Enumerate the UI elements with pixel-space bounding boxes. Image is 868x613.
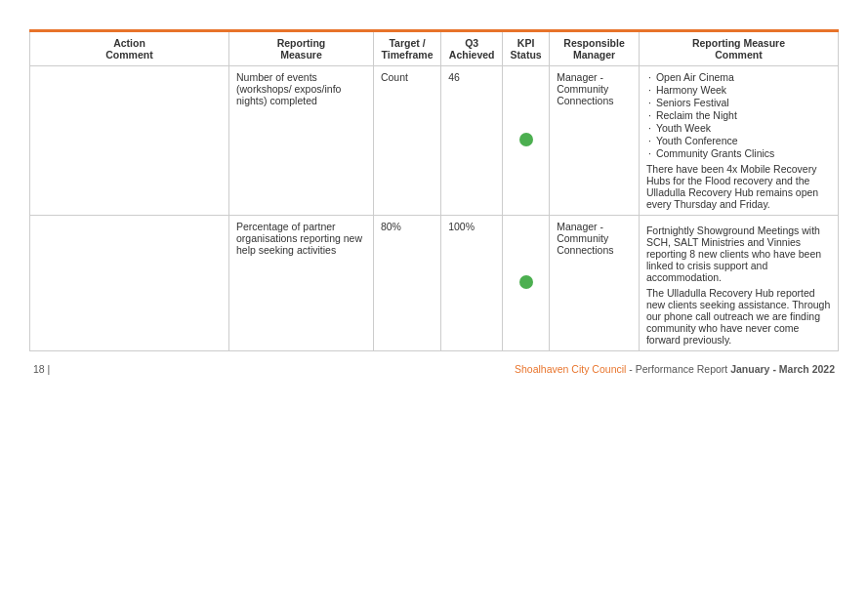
cell-q3-achieved: 46	[441, 66, 503, 216]
footer-page-number: 18 |	[33, 363, 50, 375]
list-item: Open Air Cinema	[646, 71, 831, 83]
list-item: Seniors Festival	[646, 97, 831, 108]
header-responsible: Responsible Manager	[550, 31, 640, 66]
cell-reporting-comment: Fortnightly Showground Meetings with SCH…	[639, 216, 838, 351]
list-item: Reclaim the Night	[646, 109, 831, 121]
comment-text: There have been 4x Mobile Recovery Hubs …	[646, 163, 831, 210]
list-item: Harmony Week	[646, 84, 831, 96]
cell-reporting-measure: Percentage of partner organisations repo…	[229, 216, 374, 351]
cell-responsible-manager: Manager - Community Connections	[550, 66, 640, 216]
footer-report-info: Shoalhaven City Council - Performance Re…	[515, 363, 835, 375]
cell-reporting-measure: Number of events (workshops/ expos/info …	[229, 66, 374, 216]
bullet-list: Open Air CinemaHarmony WeekSeniors Festi…	[646, 71, 831, 159]
header-q3: Q3 Achieved	[441, 31, 503, 66]
cell-action	[30, 66, 229, 216]
cell-target: 80%	[373, 216, 440, 351]
list-item: Youth Conference	[646, 135, 831, 146]
cell-kpi-status	[503, 216, 550, 351]
comment-text: Fortnightly Showground Meetings with SCH…	[646, 225, 831, 283]
list-item: Youth Week	[646, 122, 831, 134]
table-header-row: Action Comment Reporting Measure Target …	[30, 31, 839, 66]
comment-text: The Ulladulla Recovery Hub reported new …	[646, 287, 831, 346]
header-kpi: KPI Status	[503, 31, 550, 66]
table-row: Number of events (workshops/ expos/info …	[30, 66, 839, 216]
main-table: Action Comment Reporting Measure Target …	[29, 29, 839, 351]
status-dot	[519, 275, 533, 289]
cell-kpi-status	[503, 66, 550, 216]
header-reporting: Reporting Measure	[229, 31, 374, 66]
cell-q3-achieved: 100%	[441, 216, 503, 351]
cell-responsible-manager: Manager - Community Connections	[550, 216, 640, 351]
header-comment: Reporting Measure Comment	[639, 31, 838, 66]
list-item: Community Grants Clinics	[646, 147, 831, 159]
header-target: Target / Timeframe	[373, 31, 440, 66]
status-dot	[519, 133, 533, 146]
table-body: Number of events (workshops/ expos/info …	[30, 66, 839, 351]
page-footer: 18 | Shoalhaven City Council - Performan…	[29, 363, 839, 375]
header-action: Action Comment	[30, 31, 229, 66]
cell-action	[30, 216, 229, 351]
cell-target: Count	[373, 66, 440, 216]
table-row: Percentage of partner organisations repo…	[30, 216, 839, 351]
cell-reporting-comment: Open Air CinemaHarmony WeekSeniors Festi…	[639, 66, 838, 216]
page-wrapper: Action Comment Reporting Measure Target …	[0, 0, 868, 414]
